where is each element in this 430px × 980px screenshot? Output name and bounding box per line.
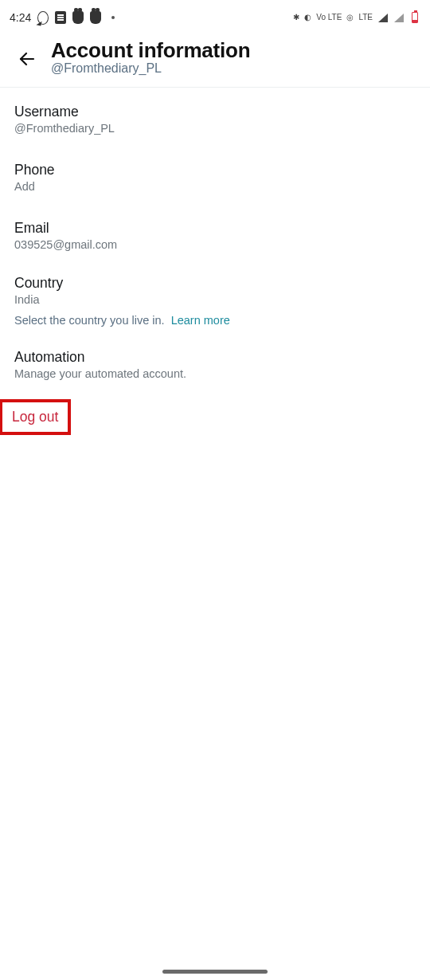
- app-titles: Account information @Fromthediary_PL: [51, 38, 250, 76]
- app-bar: Account information @Fromthediary_PL: [0, 35, 430, 88]
- battery-icon: [409, 12, 420, 23]
- signal-icon: [377, 12, 389, 23]
- row-value: India: [14, 293, 416, 306]
- bluetooth-icon: ✱: [293, 14, 299, 22]
- back-arrow-icon: [18, 49, 37, 69]
- row-value: @Fromthediary_PL: [14, 122, 416, 135]
- logout-highlight: Log out: [0, 399, 71, 435]
- row-help: Select the country you live in. Learn mo…: [14, 314, 416, 327]
- row-country[interactable]: Country India Select the country you liv…: [0, 267, 430, 335]
- row-label: Country: [14, 275, 416, 292]
- whatsapp-icon: [37, 12, 49, 23]
- status-bar: 4:24 ✱ ◐ Vo LTE ◎ LTE: [0, 0, 430, 35]
- status-time: 4:24: [10, 11, 31, 24]
- page-title: Account information: [51, 38, 250, 63]
- vibrate-icon: ◐: [304, 14, 311, 22]
- volte-indicator: Vo LTE: [316, 14, 342, 22]
- back-button[interactable]: [13, 45, 41, 73]
- row-label: Automation: [14, 349, 416, 366]
- dot-icon: [108, 12, 119, 23]
- row-username[interactable]: Username @Fromthediary_PL: [0, 92, 430, 146]
- row-value: Add: [14, 180, 416, 193]
- row-label: Username: [14, 104, 416, 120]
- lte-indicator: LTE: [358, 14, 373, 22]
- page-subtitle: @Fromthediary_PL: [51, 61, 250, 76]
- row-value: Manage your automated account.: [14, 367, 416, 380]
- snapchat-icon: [90, 12, 101, 23]
- status-left: 4:24: [10, 11, 119, 24]
- logout-button[interactable]: Log out: [12, 409, 60, 425]
- row-value: 039525@gmail.com: [14, 238, 416, 251]
- row-automation[interactable]: Automation Manage your automated account…: [0, 338, 430, 391]
- signal-icon: [393, 12, 405, 23]
- row-email[interactable]: Email 039525@gmail.com: [0, 209, 430, 262]
- help-text: Select the country you live in.: [14, 314, 165, 327]
- home-indicator[interactable]: [162, 970, 268, 974]
- learn-more-link[interactable]: Learn more: [171, 314, 230, 327]
- document-icon: [55, 12, 66, 23]
- settings-list: Username @Fromthediary_PL Phone Add Emai…: [0, 88, 430, 435]
- snapchat-icon: [72, 12, 84, 23]
- status-right: ✱ ◐ Vo LTE ◎ LTE: [293, 12, 420, 23]
- row-phone[interactable]: Phone Add: [0, 151, 430, 204]
- row-label: Email: [14, 220, 416, 237]
- row-label: Phone: [14, 162, 416, 178]
- hotspot-icon: ◎: [346, 14, 354, 22]
